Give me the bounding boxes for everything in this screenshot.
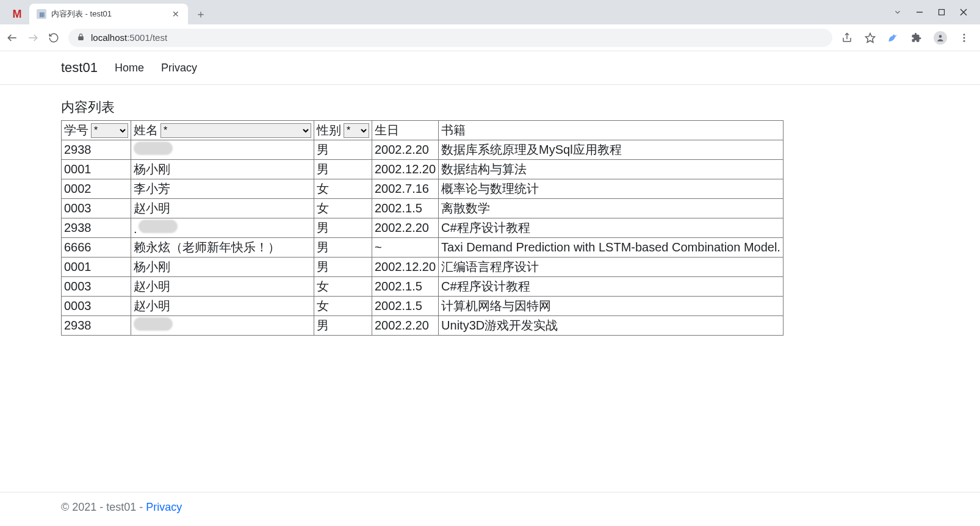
cell-name: 杨小刚 [131, 258, 314, 277]
table-row: 0003赵小明女2002.1.5C#程序设计教程 [62, 277, 784, 297]
url-input[interactable]: localhost:5001/test [68, 29, 832, 47]
site-header: test01 Home Privacy [0, 51, 980, 85]
cell-name: 李小芳 [131, 179, 314, 199]
cell-sex: 女 [314, 297, 372, 316]
new-tab-button[interactable]: ＋ [192, 5, 210, 23]
nav-reload-icon[interactable] [48, 32, 60, 44]
share-icon[interactable] [841, 32, 853, 44]
cell-book: 数据库系统原理及MySql应用教程 [439, 140, 784, 160]
cell-book: Unity3D游戏开发实战 [439, 316, 784, 336]
cell-id: 0001 [62, 160, 131, 179]
table-row: 2938男2002.2.20数据库系统原理及MySql应用教程 [62, 140, 784, 160]
cell-sex: 男 [314, 238, 372, 258]
extension-bird-icon[interactable] [887, 32, 899, 44]
cell-bday: 2002.2.20 [372, 316, 439, 336]
cell-id: 2938 [62, 140, 131, 160]
profile-avatar-icon[interactable] [934, 31, 947, 45]
redacted-name [134, 317, 173, 331]
cell-sex: 男 [314, 160, 372, 179]
tab-title: 内容列表 - test01 [51, 9, 166, 20]
cell-id: 6666 [62, 238, 131, 258]
nav-link-privacy[interactable]: Privacy [161, 62, 197, 74]
lock-icon [77, 33, 85, 43]
col-bday-label: 生日 [375, 123, 399, 137]
cell-sex: 女 [314, 199, 372, 218]
cell-book: 概率论与数理统计 [439, 179, 784, 199]
footer-text: © 2021 - test01 - [61, 501, 146, 513]
brand[interactable]: test01 [61, 60, 98, 76]
nav-back-icon[interactable] [6, 32, 18, 44]
cell-bday: 2002.1.5 [372, 297, 439, 316]
cell-book: C#程序设计教程 [439, 218, 784, 238]
cell-name: 赵小明 [131, 297, 314, 316]
window-minimize-icon[interactable] [915, 8, 924, 16]
cell-bday: 2002.1.5 [372, 277, 439, 297]
table-row: 2938男2002.2.20Unity3D游戏开发实战 [62, 316, 784, 336]
page-title: 内容列表 [61, 98, 980, 117]
tab-favicon: ▦ [37, 9, 46, 19]
cell-book: C#程序设计教程 [439, 277, 784, 297]
redacted-name [139, 220, 178, 233]
content-table: 学号 * 姓名 * [61, 120, 784, 336]
cell-id: 2938 [62, 316, 131, 336]
table-row: 6666赖永炫（老师新年快乐！）男~Taxi Demand Prediction… [62, 238, 784, 258]
cell-id: 0003 [62, 277, 131, 297]
cell-sex: 女 [314, 179, 372, 199]
cell-id: 0001 [62, 258, 131, 277]
cell-sex: 女 [314, 277, 372, 297]
window-close-icon[interactable] [959, 8, 968, 16]
cell-bday: 2002.2.20 [372, 218, 439, 238]
nav-forward-icon[interactable] [27, 32, 39, 44]
cell-name: . [131, 218, 314, 238]
nav-link-home[interactable]: Home [115, 62, 144, 74]
col-book-label: 书籍 [441, 123, 466, 137]
cell-id: 0002 [62, 179, 131, 199]
cell-bday: 2002.7.16 [372, 179, 439, 199]
col-name-label: 姓名 [134, 122, 158, 139]
cell-name: 杨小刚 [131, 160, 314, 179]
footer-privacy-link[interactable]: Privacy [146, 501, 182, 513]
filter-name-select[interactable]: * [160, 123, 311, 138]
cell-book: 离散数学 [439, 199, 784, 218]
chevron-down-icon[interactable] [893, 8, 902, 16]
cell-sex: 男 [314, 258, 372, 277]
bookmark-star-icon[interactable] [864, 32, 876, 44]
tab-close-icon[interactable]: ✕ [171, 8, 181, 20]
cell-book: 计算机网络与因特网 [439, 297, 784, 316]
cell-bday: ~ [372, 238, 439, 258]
cell-bday: 2002.12.20 [372, 258, 439, 277]
table-row: 0003赵小明女2002.1.5计算机网络与因特网 [62, 297, 784, 316]
table-row: 0002李小芳女2002.7.16概率论与数理统计 [62, 179, 784, 199]
cell-book: Taxi Demand Prediction with LSTM-based C… [439, 238, 784, 258]
svg-point-10 [964, 37, 965, 38]
browser-tab-strip: M ▦ 内容列表 - test01 ✕ ＋ [0, 0, 980, 24]
svg-point-11 [964, 40, 965, 41]
window-maximize-icon[interactable] [937, 8, 946, 16]
filter-id-select[interactable]: * [91, 123, 128, 138]
extensions-puzzle-icon[interactable] [910, 32, 923, 44]
svg-point-9 [964, 34, 965, 35]
filter-sex-select[interactable]: * [344, 123, 369, 138]
col-sex-label: 性别 [317, 122, 341, 139]
redacted-name [134, 142, 173, 155]
url-text: localhost:5001/test [91, 32, 167, 43]
cell-id: 2938 [62, 218, 131, 238]
cell-book: 数据结构与算法 [439, 160, 784, 179]
cell-id: 0003 [62, 199, 131, 218]
cell-name: 赵小明 [131, 199, 314, 218]
cell-sex: 男 [314, 316, 372, 336]
col-id-label: 学号 [64, 122, 88, 139]
cell-book: 汇编语言程序设计 [439, 258, 784, 277]
browser-tab[interactable]: ▦ 内容列表 - test01 ✕ [29, 4, 188, 24]
cell-bday: 2002.12.20 [372, 160, 439, 179]
url-host: localhost [91, 32, 127, 43]
kebab-menu-icon[interactable] [958, 32, 970, 44]
table-row: 0003赵小明女2002.1.5离散数学 [62, 199, 784, 218]
cell-name [131, 140, 314, 160]
pinned-tab[interactable]: M [5, 4, 29, 24]
table-row: 2938.男2002.2.20C#程序设计教程 [62, 218, 784, 238]
svg-rect-1 [939, 10, 945, 15]
cell-sex: 男 [314, 140, 372, 160]
table-row: 0001杨小刚男2002.12.20汇编语言程序设计 [62, 258, 784, 277]
url-path: :5001/test [127, 32, 167, 43]
